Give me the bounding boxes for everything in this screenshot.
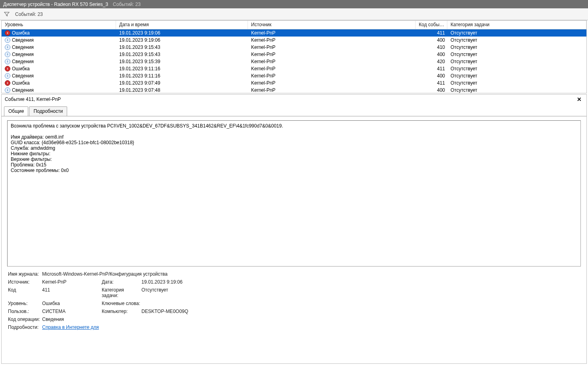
table-row[interactable]: Ошибка19.01.2023 9:07:49Kernel-PnP411Отс… <box>2 79 586 87</box>
info-icon <box>5 52 10 57</box>
grid-body[interactable]: Ошибка19.01.2023 9:19:06Kernel-PnP411Отс… <box>2 29 586 93</box>
info-icon <box>5 87 10 93</box>
cell-source: Kernel-PnP <box>248 73 416 79</box>
table-row[interactable]: Сведения19.01.2023 9:07:48Kernel-PnP400О… <box>2 87 586 93</box>
cell-date: 19.01.2023 9:11:16 <box>116 73 248 79</box>
table-row[interactable]: Сведения19.01.2023 9:15:39Kernel-PnP420О… <box>2 58 586 65</box>
cell-date: 19.01.2023 9:15:43 <box>116 51 248 58</box>
info-icon <box>5 59 10 64</box>
col-date[interactable]: Дата и время <box>116 21 248 29</box>
table-row[interactable]: Сведения19.01.2023 9:15:43Kernel-PnP400О… <box>2 51 586 58</box>
error-icon <box>5 80 10 86</box>
table-row[interactable]: Сведения19.01.2023 9:11:16Kernel-PnP400О… <box>2 72 586 79</box>
table-row[interactable]: Сведения19.01.2023 9:19:06Kernel-PnP400О… <box>2 37 586 44</box>
label-keywords: Ключевые слова: <box>102 301 141 306</box>
value-source: Kernel-PnP <box>42 279 102 285</box>
table-row[interactable]: Ошибка19.01.2023 9:19:06Kernel-PnP411Отс… <box>2 29 586 37</box>
info-icon <box>5 37 10 43</box>
cell-category: Отсутствует <box>447 30 586 36</box>
svg-point-0 <box>7 32 8 33</box>
events-grid: Уровень Дата и время Источник Код событи… <box>1 20 587 93</box>
value-moreinfo: Справка в Интернете для <box>42 324 581 330</box>
label-source: Источник: <box>8 279 42 285</box>
label-category: Категория задачи: <box>102 287 141 298</box>
cell-source: Kernel-PnP <box>248 80 416 86</box>
detail-title: Событие 411, Kernel-PnP <box>5 97 61 102</box>
cell-source: Kernel-PnP <box>248 37 416 43</box>
label-computer: Компьютер: <box>102 309 141 314</box>
cell-source: Kernel-PnP <box>248 30 416 36</box>
cell-level: Сведения <box>12 87 34 93</box>
value-category: Отсутствует <box>141 287 581 298</box>
window-title: Диспетчер устройств - Radeon RX 570 Seri… <box>3 2 108 7</box>
cell-category: Отсутствует <box>447 44 586 50</box>
svg-point-12 <box>7 75 8 75</box>
svg-rect-1 <box>7 33 8 34</box>
svg-point-10 <box>7 68 8 69</box>
value-level: Ошибка <box>42 301 102 306</box>
event-description[interactable]: Возникла проблема с запуском устройства … <box>7 120 581 267</box>
cell-date: 19.01.2023 9:19:06 <box>116 37 248 43</box>
label-log-name: Имя журнала: <box>8 271 42 277</box>
info-icon <box>5 73 10 79</box>
label-date: Дата: <box>102 279 141 285</box>
cell-level: Ошибка <box>12 30 30 36</box>
svg-rect-9 <box>7 61 8 62</box>
cell-date: 19.01.2023 9:11:16 <box>116 66 248 72</box>
cell-level: Ошибка <box>12 66 30 71</box>
cell-id: 411 <box>416 80 447 86</box>
svg-point-4 <box>7 46 8 47</box>
cell-source: Kernel-PnP <box>248 66 416 72</box>
cell-date: 19.01.2023 9:19:06 <box>116 30 248 36</box>
value-log-name: Microsoft-Windows-Kernel-PnP/Конфигураци… <box>42 271 581 277</box>
table-row[interactable]: Сведения19.01.2023 9:15:43Kernel-PnP410О… <box>2 44 586 51</box>
cell-source: Kernel-PnP <box>248 51 416 58</box>
cell-category: Отсутствует <box>447 73 586 79</box>
label-opcode: Код операции: <box>8 317 42 322</box>
col-cat[interactable]: Категория задачи <box>447 21 586 29</box>
cell-date: 19.01.2023 9:15:43 <box>116 44 248 50</box>
cell-date: 19.01.2023 9:07:49 <box>116 80 248 86</box>
svg-point-6 <box>7 53 8 54</box>
tab-content-general: Возникла проблема с запуском устройства … <box>1 116 587 364</box>
svg-rect-13 <box>7 75 8 77</box>
cell-date: 19.01.2023 9:07:48 <box>116 87 248 93</box>
cell-category: Отсутствует <box>447 87 586 93</box>
table-row[interactable]: Ошибка19.01.2023 9:11:16Kernel-PnP411Отс… <box>2 65 586 72</box>
svg-point-14 <box>7 82 8 83</box>
cell-source: Kernel-PnP <box>248 44 416 50</box>
tab-details[interactable]: Подробности <box>29 106 67 116</box>
col-level[interactable]: Уровень <box>2 21 116 29</box>
cell-id: 400 <box>416 73 447 79</box>
svg-point-16 <box>7 89 8 90</box>
window-titlebar: Диспетчер устройств - Radeon RX 570 Seri… <box>0 0 588 8</box>
col-id[interactable]: Код события <box>416 21 447 29</box>
svg-rect-15 <box>7 83 8 84</box>
svg-rect-7 <box>7 54 8 55</box>
cell-id: 411 <box>416 66 447 72</box>
info-icon <box>5 44 10 50</box>
label-moreinfo: Подробности: <box>8 324 42 330</box>
close-icon[interactable]: ✕ <box>575 96 583 102</box>
value-user: СИСТЕМА <box>42 309 102 314</box>
cell-id: 410 <box>416 44 447 50</box>
cell-level: Сведения <box>12 52 34 57</box>
toolbar: Событий: 23 <box>0 8 588 20</box>
cell-level: Сведения <box>12 37 34 43</box>
value-opcode: Сведения <box>42 317 581 322</box>
cell-category: Отсутствует <box>447 51 586 58</box>
help-online-link[interactable]: Справка в Интернете для <box>42 324 99 330</box>
label-level: Уровень: <box>8 301 42 306</box>
event-fields: Имя журнала: Microsoft-Windows-Kernel-Pn… <box>7 271 581 330</box>
value-date: 19.01.2023 9:19:06 <box>141 279 581 285</box>
filter-icon[interactable] <box>4 12 10 17</box>
value-computer: DESKTOP-ME0O09Q <box>141 309 581 314</box>
tab-general[interactable]: Общие <box>4 106 28 116</box>
svg-rect-5 <box>7 47 8 48</box>
cell-id: 420 <box>416 58 447 65</box>
titlebar-events-count: Событий: 23 <box>113 2 141 7</box>
cell-level: Сведения <box>12 44 34 50</box>
cell-id: 400 <box>416 37 447 43</box>
cell-category: Отсутствует <box>447 80 586 86</box>
col-source[interactable]: Источник <box>248 21 416 29</box>
